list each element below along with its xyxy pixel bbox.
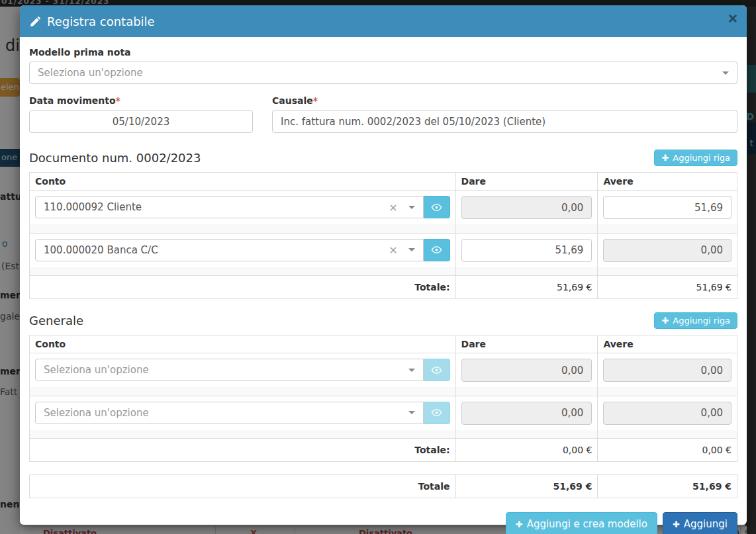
view-account-button[interactable]	[424, 196, 450, 218]
column-header-dare: Dare	[455, 335, 598, 353]
column-header-avere: Avere	[598, 335, 737, 353]
modello-prima-nota-select[interactable]: Seleziona un'opzione	[29, 62, 737, 84]
dare-input[interactable]	[461, 239, 592, 262]
conto-select[interactable]: 110.000092 Cliente ×	[35, 196, 424, 218]
grand-total-avere: 51,69 €	[598, 475, 737, 498]
total-dare: 51,69 €	[455, 276, 598, 299]
eye-icon	[431, 407, 442, 418]
column-header-conto: Conto	[30, 335, 456, 353]
eye-icon	[431, 365, 442, 376]
pencil-icon	[30, 16, 41, 27]
total-dare: 0,00 €	[455, 439, 598, 462]
view-account-button[interactable]	[424, 239, 450, 261]
plus-icon: ✚	[661, 316, 669, 326]
row-spacer	[30, 430, 737, 439]
add-row-button-documento[interactable]: ✚Aggiungi riga	[654, 150, 737, 166]
conto-select[interactable]: 100.000020 Banca C/C ×	[35, 239, 424, 261]
table-row: Seleziona un'opzione	[30, 353, 737, 388]
grand-total-row: Totale 51,69 € 51,69 €	[30, 475, 737, 498]
modal-footer: ✚Aggiungi e crea modello ✚Aggiungi	[29, 512, 737, 534]
chevron-down-icon	[722, 71, 729, 75]
avere-input	[603, 239, 732, 262]
totals-row: Totale: 0,00 € 0,00 €	[30, 439, 737, 462]
generale-section-title: Generale	[29, 314, 83, 328]
generale-table: Conto Dare Avere Seleziona un'opzione	[29, 335, 737, 462]
chevron-down-icon	[408, 411, 415, 414]
modal-header: Registra contabile ×	[20, 5, 747, 37]
view-account-button	[424, 402, 450, 424]
column-header-conto: Conto	[30, 173, 456, 191]
required-asterisk: *	[116, 95, 120, 106]
causale-label: Causale*	[272, 95, 737, 106]
required-asterisk: *	[313, 95, 318, 106]
select-placeholder: Seleziona un'opzione	[38, 67, 722, 79]
row-spacer	[30, 224, 737, 233]
totals-row: Totale: 51,69 € 51,69 €	[30, 276, 737, 299]
total-avere: 51,69 €	[598, 276, 737, 299]
data-movimento-input[interactable]	[29, 110, 253, 133]
total-avere: 0,00 €	[598, 439, 737, 462]
documento-section-title: Documento num. 0002/2023	[29, 151, 201, 165]
registra-contabile-modal: Registra contabile × Modello prima nota …	[20, 5, 747, 525]
view-account-button	[424, 359, 450, 381]
clear-selection-icon[interactable]: ×	[389, 244, 397, 256]
avere-input[interactable]	[603, 196, 732, 219]
add-button[interactable]: ✚Aggiungi	[663, 512, 737, 534]
chevron-down-icon	[408, 248, 415, 251]
data-movimento-label: Data movimento*	[29, 95, 253, 106]
column-header-avere: Avere	[598, 173, 737, 191]
eye-icon	[431, 244, 442, 255]
table-row: Seleziona un'opzione	[30, 396, 737, 430]
plus-icon: ✚	[516, 519, 523, 529]
add-and-create-template-button[interactable]: ✚Aggiungi e crea modello	[506, 512, 657, 534]
avere-input	[603, 359, 732, 382]
grand-total-label: Totale	[30, 475, 456, 498]
clear-selection-icon[interactable]: ×	[389, 201, 397, 214]
documento-table: Conto Dare Avere 110.000092 Cliente ×	[29, 172, 737, 299]
conto-select[interactable]: Seleziona un'opzione	[35, 402, 424, 424]
avere-input	[603, 402, 732, 425]
eye-icon	[431, 202, 442, 213]
causale-input[interactable]	[272, 110, 737, 133]
chevron-down-icon	[408, 369, 415, 372]
total-label: Totale:	[30, 439, 456, 462]
conto-select[interactable]: Seleziona un'opzione	[35, 359, 424, 381]
dare-input	[461, 359, 592, 382]
row-spacer	[30, 267, 737, 276]
row-spacer	[30, 387, 737, 396]
dare-input	[461, 196, 592, 219]
grand-total-dare: 51,69 €	[455, 475, 598, 498]
dare-input	[461, 402, 592, 425]
total-label: Totale:	[30, 276, 456, 299]
column-header-dare: Dare	[455, 173, 598, 191]
modello-prima-nota-label: Modello prima nota	[29, 47, 737, 58]
grand-total-table: Totale 51,69 € 51,69 €	[29, 474, 737, 498]
table-row: 110.000092 Cliente ×	[30, 191, 737, 225]
modal-body: Modello prima nota Seleziona un'opzione …	[20, 37, 747, 534]
close-icon[interactable]: ×	[728, 11, 737, 26]
chevron-down-icon	[408, 206, 415, 209]
table-row: 100.000020 Banca C/C ×	[30, 233, 737, 267]
plus-icon: ✚	[673, 519, 680, 529]
plus-icon: ✚	[661, 153, 669, 163]
modal-title: Registra contabile	[30, 15, 155, 28]
add-row-button-generale[interactable]: ✚Aggiungi riga	[654, 312, 737, 329]
